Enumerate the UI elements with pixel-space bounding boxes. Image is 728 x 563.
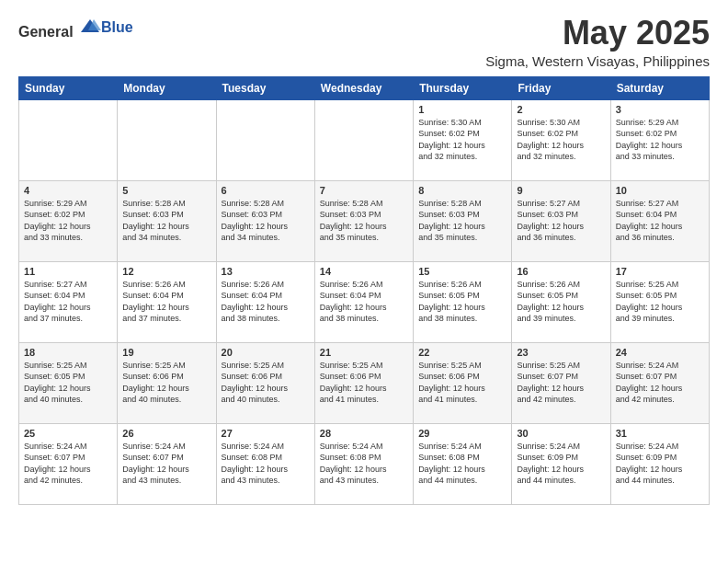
calendar-cell xyxy=(314,99,413,180)
day-number: 26 xyxy=(122,428,210,439)
day-info: Sunrise: 5:28 AM Sunset: 6:03 PM Dayligh… xyxy=(418,198,506,244)
day-number: 28 xyxy=(320,428,408,439)
day-number: 10 xyxy=(616,185,704,196)
day-number: 11 xyxy=(24,266,112,277)
day-number: 27 xyxy=(222,428,310,439)
day-info: Sunrise: 5:30 AM Sunset: 6:02 PM Dayligh… xyxy=(418,117,506,163)
logo-icon xyxy=(79,15,101,37)
day-number: 3 xyxy=(616,104,704,115)
header: General Blue May 2025 Sigma, Western Vis… xyxy=(18,15,710,69)
day-number: 22 xyxy=(418,347,506,358)
day-info: Sunrise: 5:28 AM Sunset: 6:03 PM Dayligh… xyxy=(320,198,408,244)
calendar-cell: 23Sunrise: 5:25 AM Sunset: 6:07 PM Dayli… xyxy=(512,342,610,423)
calendar-cell: 27Sunrise: 5:24 AM Sunset: 6:08 PM Dayli… xyxy=(216,423,314,504)
day-number: 31 xyxy=(616,428,704,439)
location-title: Sigma, Western Visayas, Philippines xyxy=(485,53,710,69)
day-info: Sunrise: 5:25 AM Sunset: 6:06 PM Dayligh… xyxy=(320,360,408,406)
day-number: 15 xyxy=(418,266,506,277)
day-number: 4 xyxy=(24,185,112,196)
day-info: Sunrise: 5:24 AM Sunset: 6:09 PM Dayligh… xyxy=(616,441,704,487)
calendar-week-row: 4Sunrise: 5:29 AM Sunset: 6:02 PM Daylig… xyxy=(19,180,710,261)
calendar-cell: 18Sunrise: 5:25 AM Sunset: 6:05 PM Dayli… xyxy=(19,342,118,423)
calendar-table: SundayMondayTuesdayWednesdayThursdayFrid… xyxy=(18,76,710,505)
day-info: Sunrise: 5:24 AM Sunset: 6:08 PM Dayligh… xyxy=(320,441,408,487)
day-info: Sunrise: 5:25 AM Sunset: 6:06 PM Dayligh… xyxy=(418,360,506,406)
calendar-week-row: 25Sunrise: 5:24 AM Sunset: 6:07 PM Dayli… xyxy=(19,423,710,504)
day-number: 17 xyxy=(616,266,704,277)
calendar-week-row: 11Sunrise: 5:27 AM Sunset: 6:04 PM Dayli… xyxy=(19,261,710,342)
calendar-cell: 24Sunrise: 5:24 AM Sunset: 6:07 PM Dayli… xyxy=(610,342,709,423)
day-info: Sunrise: 5:27 AM Sunset: 6:04 PM Dayligh… xyxy=(24,279,112,325)
day-info: Sunrise: 5:28 AM Sunset: 6:03 PM Dayligh… xyxy=(222,198,310,244)
calendar-header-wednesday: Wednesday xyxy=(314,76,413,99)
day-info: Sunrise: 5:26 AM Sunset: 6:05 PM Dayligh… xyxy=(517,279,605,325)
calendar-cell: 2Sunrise: 5:30 AM Sunset: 6:02 PM Daylig… xyxy=(512,99,610,180)
day-info: Sunrise: 5:25 AM Sunset: 6:06 PM Dayligh… xyxy=(222,360,310,406)
day-number: 6 xyxy=(222,185,310,196)
calendar-cell: 17Sunrise: 5:25 AM Sunset: 6:05 PM Dayli… xyxy=(610,261,709,342)
day-number: 21 xyxy=(320,347,408,358)
day-number: 23 xyxy=(517,347,605,358)
calendar-cell: 15Sunrise: 5:26 AM Sunset: 6:05 PM Dayli… xyxy=(414,261,512,342)
calendar-cell: 9Sunrise: 5:27 AM Sunset: 6:03 PM Daylig… xyxy=(512,180,610,261)
day-number: 16 xyxy=(517,266,605,277)
title-block: May 2025 Sigma, Western Visayas, Philipp… xyxy=(485,15,710,69)
day-number: 8 xyxy=(418,185,506,196)
day-info: Sunrise: 5:24 AM Sunset: 6:08 PM Dayligh… xyxy=(222,441,310,487)
calendar-cell: 31Sunrise: 5:24 AM Sunset: 6:09 PM Dayli… xyxy=(610,423,709,504)
day-number: 12 xyxy=(122,266,210,277)
day-info: Sunrise: 5:25 AM Sunset: 6:05 PM Dayligh… xyxy=(616,279,704,325)
day-info: Sunrise: 5:24 AM Sunset: 6:07 PM Dayligh… xyxy=(616,360,704,406)
day-info: Sunrise: 5:26 AM Sunset: 6:05 PM Dayligh… xyxy=(418,279,506,325)
calendar-cell: 19Sunrise: 5:25 AM Sunset: 6:06 PM Dayli… xyxy=(118,342,216,423)
day-number: 14 xyxy=(320,266,408,277)
calendar-cell: 20Sunrise: 5:25 AM Sunset: 6:06 PM Dayli… xyxy=(216,342,314,423)
day-number: 7 xyxy=(320,185,408,196)
calendar-cell: 12Sunrise: 5:26 AM Sunset: 6:04 PM Dayli… xyxy=(118,261,216,342)
calendar-header-saturday: Saturday xyxy=(610,76,709,99)
day-number: 25 xyxy=(24,428,112,439)
calendar-cell: 30Sunrise: 5:24 AM Sunset: 6:09 PM Dayli… xyxy=(512,423,610,504)
calendar-cell xyxy=(216,99,314,180)
logo-blue-text: Blue xyxy=(101,19,133,35)
calendar-cell: 6Sunrise: 5:28 AM Sunset: 6:03 PM Daylig… xyxy=(216,180,314,261)
day-info: Sunrise: 5:27 AM Sunset: 6:03 PM Dayligh… xyxy=(517,198,605,244)
day-info: Sunrise: 5:24 AM Sunset: 6:07 PM Dayligh… xyxy=(24,441,112,487)
day-info: Sunrise: 5:29 AM Sunset: 6:02 PM Dayligh… xyxy=(24,198,112,244)
logo: General Blue xyxy=(18,15,133,40)
page-container: General Blue May 2025 Sigma, Western Vis… xyxy=(18,15,710,505)
day-info: Sunrise: 5:26 AM Sunset: 6:04 PM Dayligh… xyxy=(320,279,408,325)
calendar-cell: 29Sunrise: 5:24 AM Sunset: 6:08 PM Dayli… xyxy=(414,423,512,504)
day-number: 5 xyxy=(122,185,210,196)
calendar-week-row: 1Sunrise: 5:30 AM Sunset: 6:02 PM Daylig… xyxy=(19,99,710,180)
day-number: 13 xyxy=(222,266,310,277)
calendar-header-monday: Monday xyxy=(118,76,216,99)
calendar-cell: 5Sunrise: 5:28 AM Sunset: 6:03 PM Daylig… xyxy=(118,180,216,261)
calendar-cell: 21Sunrise: 5:25 AM Sunset: 6:06 PM Dayli… xyxy=(314,342,413,423)
day-number: 20 xyxy=(222,347,310,358)
calendar-cell: 7Sunrise: 5:28 AM Sunset: 6:03 PM Daylig… xyxy=(314,180,413,261)
calendar-cell: 22Sunrise: 5:25 AM Sunset: 6:06 PM Dayli… xyxy=(414,342,512,423)
calendar-cell: 11Sunrise: 5:27 AM Sunset: 6:04 PM Dayli… xyxy=(19,261,118,342)
calendar-cell: 26Sunrise: 5:24 AM Sunset: 6:07 PM Dayli… xyxy=(118,423,216,504)
day-info: Sunrise: 5:26 AM Sunset: 6:04 PM Dayligh… xyxy=(222,279,310,325)
calendar-header-tuesday: Tuesday xyxy=(216,76,314,99)
calendar-cell: 28Sunrise: 5:24 AM Sunset: 6:08 PM Dayli… xyxy=(314,423,413,504)
day-info: Sunrise: 5:30 AM Sunset: 6:02 PM Dayligh… xyxy=(517,117,605,163)
calendar-cell: 8Sunrise: 5:28 AM Sunset: 6:03 PM Daylig… xyxy=(414,180,512,261)
day-info: Sunrise: 5:25 AM Sunset: 6:05 PM Dayligh… xyxy=(24,360,112,406)
day-number: 1 xyxy=(418,104,506,115)
day-number: 9 xyxy=(517,185,605,196)
calendar-cell: 1Sunrise: 5:30 AM Sunset: 6:02 PM Daylig… xyxy=(414,99,512,180)
calendar-cell: 14Sunrise: 5:26 AM Sunset: 6:04 PM Dayli… xyxy=(314,261,413,342)
day-info: Sunrise: 5:24 AM Sunset: 6:08 PM Dayligh… xyxy=(418,441,506,487)
calendar-cell xyxy=(19,99,118,180)
day-number: 29 xyxy=(418,428,506,439)
calendar-cell: 4Sunrise: 5:29 AM Sunset: 6:02 PM Daylig… xyxy=(19,180,118,261)
day-number: 2 xyxy=(517,104,605,115)
calendar-header-friday: Friday xyxy=(512,76,610,99)
day-info: Sunrise: 5:27 AM Sunset: 6:04 PM Dayligh… xyxy=(616,198,704,244)
day-info: Sunrise: 5:24 AM Sunset: 6:09 PM Dayligh… xyxy=(517,441,605,487)
day-info: Sunrise: 5:25 AM Sunset: 6:06 PM Dayligh… xyxy=(122,360,210,406)
day-info: Sunrise: 5:28 AM Sunset: 6:03 PM Dayligh… xyxy=(122,198,210,244)
